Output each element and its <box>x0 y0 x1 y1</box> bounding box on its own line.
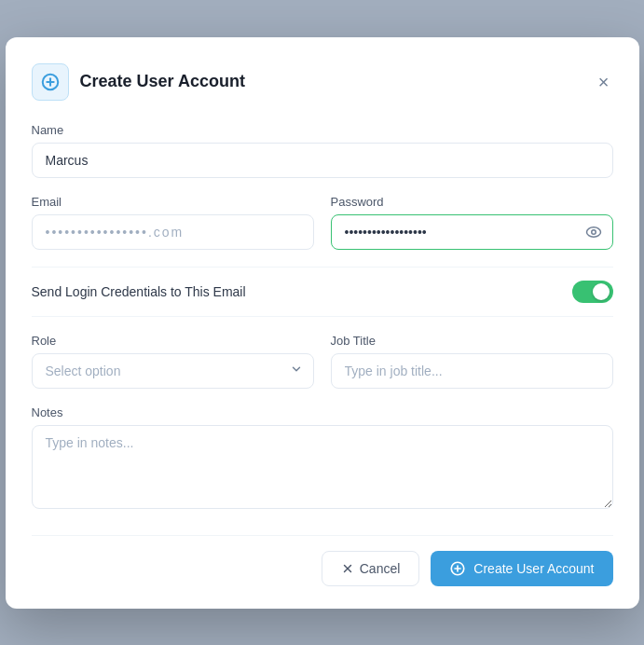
modal-title: Create User Account <box>80 72 245 91</box>
create-label: Create User Account <box>473 561 594 576</box>
role-label: Role <box>32 334 314 348</box>
password-label: Password <box>331 195 613 209</box>
modal-dialog: Create User Account × Name Email Passwor… <box>6 37 639 609</box>
job-title-input[interactable] <box>331 353 613 389</box>
job-title-label: Job Title <box>331 334 613 348</box>
credentials-toggle-label: Send Login Credentials to This Email <box>32 284 246 299</box>
email-label: Email <box>32 195 314 209</box>
email-input[interactable] <box>32 214 314 250</box>
notes-label: Notes <box>32 405 613 419</box>
password-wrapper <box>331 214 613 250</box>
create-button[interactable]: Create User Account <box>431 551 612 586</box>
eye-icon <box>585 224 602 240</box>
name-group: Name <box>32 123 613 178</box>
name-input[interactable] <box>32 143 613 178</box>
notes-textarea[interactable] <box>32 425 613 509</box>
cancel-x-icon <box>341 562 354 575</box>
svg-point-3 <box>586 226 600 237</box>
modal-icon-box <box>32 63 69 101</box>
credentials-toggle-row: Send Login Credentials to This Email <box>32 267 613 317</box>
email-password-row: Email Password <box>32 195 613 250</box>
cancel-label: Cancel <box>360 561 401 576</box>
job-title-group: Job Title <box>331 334 613 389</box>
modal-footer: Cancel Create User Account <box>32 535 613 586</box>
name-label: Name <box>32 123 613 137</box>
notes-group: Notes <box>32 405 613 513</box>
cancel-button[interactable]: Cancel <box>322 551 420 586</box>
password-group: Password <box>331 195 613 250</box>
modal-overlay: Create User Account × Name Email Passwor… <box>0 0 644 645</box>
email-group: Email <box>32 195 314 250</box>
svg-point-4 <box>591 229 596 234</box>
toggle-slider <box>572 281 613 303</box>
role-jobtitle-row: Role Select option Admin Manager Employe… <box>32 334 613 389</box>
create-plus-icon <box>449 560 466 577</box>
modal-header: Create User Account × <box>32 63 613 101</box>
password-input[interactable] <box>331 214 613 250</box>
credentials-toggle[interactable] <box>572 281 613 303</box>
modal-header-left: Create User Account <box>32 63 245 101</box>
role-select-wrapper: Select option Admin Manager Employee Vie… <box>32 353 314 389</box>
close-button[interactable]: × <box>595 69 613 95</box>
toggle-password-button[interactable] <box>585 224 602 240</box>
role-select[interactable]: Select option Admin Manager Employee Vie… <box>32 353 314 389</box>
role-group: Role Select option Admin Manager Employe… <box>32 334 314 389</box>
plus-circle-icon <box>40 72 61 92</box>
